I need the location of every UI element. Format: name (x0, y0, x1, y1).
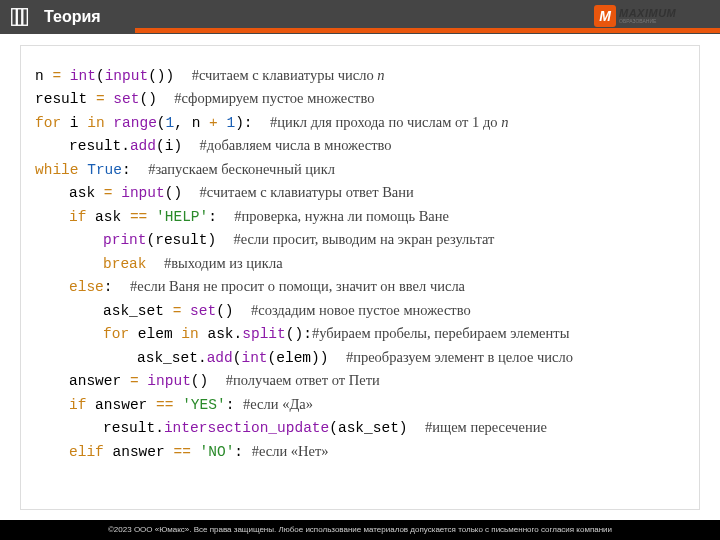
page-title: Теория (40, 8, 101, 26)
svg-rect-1 (17, 9, 22, 26)
slide: Теория M MAXIMUM ОБРАЗОВАНИЕ n = int(inp… (0, 0, 720, 540)
svg-rect-2 (23, 9, 28, 26)
svg-rect-0 (12, 9, 17, 26)
book-icon (9, 6, 31, 28)
code: n = int(input()) (35, 68, 192, 84)
logo-mark: M (594, 5, 616, 27)
logo-sub: ОБРАЗОВАНИЕ (619, 19, 676, 24)
code-block: n = int(input()) #считаем с клавиатуры ч… (20, 45, 700, 510)
logo: M MAXIMUM ОБРАЗОВАНИЕ (594, 2, 714, 30)
book-icon-box (0, 0, 40, 34)
footer: ©2023 ООО «Юмакс». Все права защищены. Л… (0, 520, 720, 540)
comment: #считаем с клавиатуры число n (192, 67, 385, 83)
logo-text: MAXIMUM ОБРАЗОВАНИЕ (619, 8, 676, 24)
header-left: Теория (0, 0, 101, 34)
footer-text: ©2023 ООО «Юмакс». Все права защищены. Л… (0, 520, 720, 540)
